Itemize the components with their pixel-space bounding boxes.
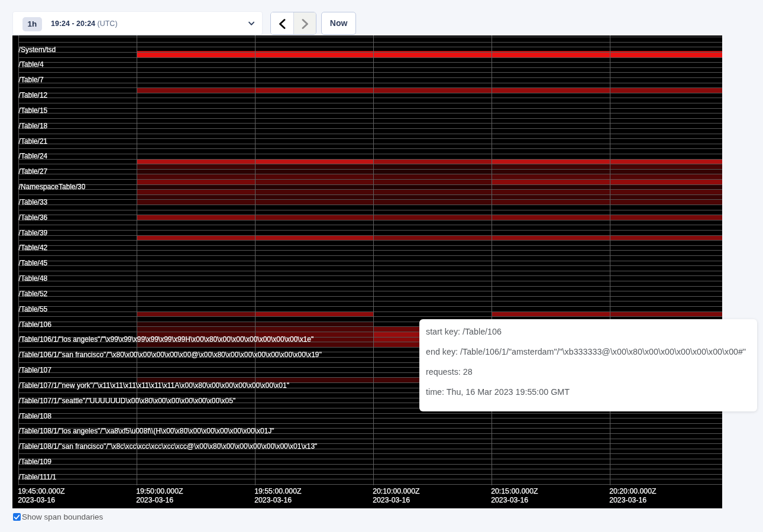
svg-text:/Table/45: /Table/45 xyxy=(19,259,48,268)
svg-text:/System/tsd: /System/tsd xyxy=(19,46,56,54)
svg-text:2023-03-16: 2023-03-16 xyxy=(254,496,292,504)
svg-text:/Table/106/1/"los angeles"/"\x: /Table/106/1/"los angeles"/"\x99\x99\x99… xyxy=(19,336,314,344)
svg-text:/Table/27: /Table/27 xyxy=(19,168,48,176)
svg-text:/Table/106: /Table/106 xyxy=(19,320,52,329)
svg-text:/Table/108/1/"los angeles"/"\x: /Table/108/1/"los angeles"/"\xa8\xf5\u00… xyxy=(19,427,274,436)
svg-text:2023-03-16: 2023-03-16 xyxy=(136,496,173,504)
svg-text:/Table/12: /Table/12 xyxy=(19,91,48,99)
svg-text:/Table/18: /Table/18 xyxy=(19,122,48,130)
svg-text:19:45:00.000Z: 19:45:00.000Z xyxy=(18,488,65,496)
svg-text:20:15:00.000Z: 20:15:00.000Z xyxy=(491,488,538,496)
svg-text:2023-03-16: 2023-03-16 xyxy=(609,496,646,504)
svg-text:/Table/15: /Table/15 xyxy=(19,106,48,115)
svg-text:/Table/4: /Table/4 xyxy=(19,61,44,69)
svg-text:20:20:00.000Z: 20:20:00.000Z xyxy=(609,488,657,496)
svg-text:/Table/42: /Table/42 xyxy=(19,244,48,252)
svg-text:/Table/7: /Table/7 xyxy=(19,76,44,85)
svg-text:/Table/108/1/"san francisco"/": /Table/108/1/"san francisco"/"\x8c\xcc\x… xyxy=(19,443,318,451)
svg-text:/Table/55: /Table/55 xyxy=(19,305,48,313)
svg-text:/Table/33: /Table/33 xyxy=(19,198,48,206)
svg-text:/Table/107/1/"seattle"/"UUUUUU: /Table/107/1/"seattle"/"UUUUUUD\x00\x80\… xyxy=(19,397,236,405)
svg-text:/Table/107: /Table/107 xyxy=(19,366,52,374)
svg-text:2023-03-16: 2023-03-16 xyxy=(373,496,410,504)
svg-text:/Table/36: /Table/36 xyxy=(19,213,48,222)
svg-text:/Table/52: /Table/52 xyxy=(19,290,48,298)
svg-text:19:55:00.000Z: 19:55:00.000Z xyxy=(254,488,302,496)
svg-text:19:50:00.000Z: 19:50:00.000Z xyxy=(136,488,183,496)
svg-text:/Table/21: /Table/21 xyxy=(19,137,48,145)
svg-text:/Table/107/1/"new york"/"\x11\: /Table/107/1/"new york"/"\x11\x11\x11\x1… xyxy=(19,381,289,390)
svg-text:/Table/109: /Table/109 xyxy=(19,458,52,466)
svg-text:2023-03-16: 2023-03-16 xyxy=(18,496,55,504)
svg-text:/Table/106/1/"san francisco"/": /Table/106/1/"san francisco"/"\x80\x00\x… xyxy=(19,351,322,359)
svg-text:/Table/39: /Table/39 xyxy=(19,229,48,237)
svg-text:/Table/108: /Table/108 xyxy=(19,412,52,420)
svg-text:20:10:00.000Z: 20:10:00.000Z xyxy=(373,488,420,496)
svg-text:/Table/24: /Table/24 xyxy=(19,153,48,161)
svg-text:/Table/111/1: /Table/111/1 xyxy=(19,473,57,481)
svg-text:2023-03-16: 2023-03-16 xyxy=(491,496,528,504)
svg-text:/Table/48: /Table/48 xyxy=(19,274,48,283)
svg-text:/NamespaceTable/30: /NamespaceTable/30 xyxy=(19,183,86,191)
